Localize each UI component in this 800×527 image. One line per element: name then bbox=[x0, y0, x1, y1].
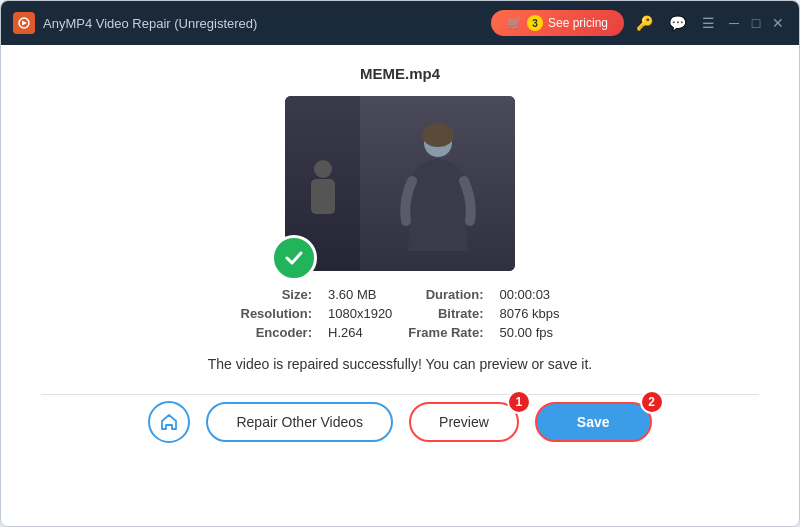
size-value: 3.60 MB bbox=[328, 287, 392, 302]
svg-point-2 bbox=[314, 160, 332, 178]
titlebar: AnyMP4 Video Repair (Unregistered) 🛒 3 S… bbox=[1, 1, 799, 45]
size-label: Size: bbox=[241, 287, 313, 302]
duration-label: Duration: bbox=[408, 287, 483, 302]
encoder-label: Encoder: bbox=[241, 325, 313, 340]
save-btn-wrapper: Save 2 bbox=[535, 402, 652, 442]
close-button[interactable]: ✕ bbox=[769, 14, 787, 32]
bitrate-label: Bitrate: bbox=[408, 306, 483, 321]
preview-badge: 1 bbox=[507, 390, 531, 414]
pricing-label: See pricing bbox=[548, 16, 608, 30]
video-preview bbox=[285, 96, 515, 271]
resolution-value: 1080x1920 bbox=[328, 306, 392, 321]
svg-marker-1 bbox=[22, 21, 27, 26]
home-button[interactable] bbox=[148, 401, 190, 443]
action-bar: Repair Other Videos Preview 1 Save 2 bbox=[148, 401, 651, 443]
save-label: Save bbox=[577, 414, 610, 430]
minimize-button[interactable]: ─ bbox=[725, 14, 743, 32]
app-logo bbox=[13, 12, 35, 34]
app-window: AnyMP4 Video Repair (Unregistered) 🛒 3 S… bbox=[0, 0, 800, 527]
chat-icon-button[interactable]: 💬 bbox=[665, 13, 690, 33]
video-filename: MEME.mp4 bbox=[360, 65, 440, 82]
metadata-table: Size: 3.60 MB Duration: 00:00:03 Resolut… bbox=[241, 287, 560, 340]
repair-other-videos-button[interactable]: Repair Other Videos bbox=[206, 402, 393, 442]
preview-label: Preview bbox=[439, 414, 489, 430]
duration-value: 00:00:03 bbox=[499, 287, 559, 302]
see-pricing-button[interactable]: 🛒 3 See pricing bbox=[491, 10, 624, 36]
repair-other-label: Repair Other Videos bbox=[236, 414, 363, 430]
resolution-label: Resolution: bbox=[241, 306, 313, 321]
save-button[interactable]: Save bbox=[535, 402, 652, 442]
svg-rect-3 bbox=[311, 179, 335, 214]
save-badge: 2 bbox=[640, 390, 664, 414]
svg-point-5 bbox=[422, 123, 454, 147]
video-right-panel bbox=[360, 96, 515, 271]
pricing-badge: 3 bbox=[527, 15, 543, 31]
main-content: MEME.mp4 bbox=[1, 45, 799, 526]
framerate-label: Frame Rate: bbox=[408, 325, 483, 340]
video-preview-wrapper bbox=[285, 96, 515, 271]
cart-icon: 🛒 bbox=[507, 16, 522, 30]
menu-icon-button[interactable]: ☰ bbox=[698, 13, 719, 33]
titlebar-actions: 🛒 3 See pricing 🔑 💬 ☰ bbox=[491, 10, 719, 36]
window-controls: ─ □ ✕ bbox=[725, 14, 787, 32]
app-title: AnyMP4 Video Repair (Unregistered) bbox=[43, 16, 491, 31]
framerate-value: 50.00 fps bbox=[499, 325, 559, 340]
bitrate-value: 8076 kbps bbox=[499, 306, 559, 321]
preview-button[interactable]: Preview bbox=[409, 402, 519, 442]
maximize-button[interactable]: □ bbox=[747, 14, 765, 32]
encoder-value: H.264 bbox=[328, 325, 392, 340]
check-circle bbox=[271, 235, 317, 281]
preview-btn-wrapper: Preview 1 bbox=[409, 402, 519, 442]
status-message: The video is repaired successfully! You … bbox=[208, 356, 592, 372]
key-icon-button[interactable]: 🔑 bbox=[632, 13, 657, 33]
